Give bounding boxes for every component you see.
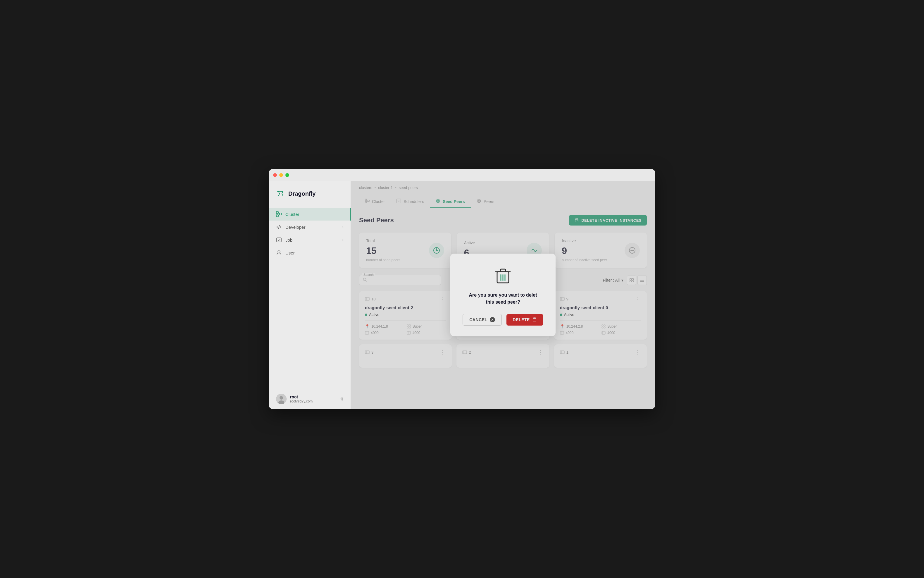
job-icon <box>276 237 282 243</box>
svg-point-9 <box>278 251 280 253</box>
sidebar-item-user-label: User <box>285 250 295 255</box>
dialog-message: Are you sure you want to delet this seed… <box>465 292 541 306</box>
delete-label: DELETE <box>513 317 530 322</box>
svg-line-7 <box>278 225 280 229</box>
job-chevron-icon: › <box>342 238 344 242</box>
close-button[interactable] <box>273 173 277 177</box>
confirm-dialog: Are you sure you want to delet this seed… <box>450 253 556 336</box>
cancel-x-icon: ✕ <box>490 317 495 322</box>
sidebar-nav: Cluster Developer › <box>269 205 350 389</box>
developer-icon <box>276 224 282 230</box>
avatar <box>276 394 287 404</box>
svg-rect-3 <box>276 215 278 217</box>
cancel-button[interactable]: CANCEL ✕ <box>463 314 501 326</box>
maximize-button[interactable] <box>285 173 289 177</box>
user-icon <box>276 250 282 256</box>
dialog-trash-icon <box>493 265 513 286</box>
user-name: root <box>290 395 337 399</box>
sidebar-item-job-label: Job <box>285 237 292 242</box>
delete-button[interactable]: DELETE <box>506 314 543 326</box>
app-body: Dragonfly Cluster <box>269 181 655 409</box>
sidebar-item-developer[interactable]: Developer › <box>269 221 350 234</box>
sidebar-item-user[interactable]: User <box>269 246 350 259</box>
user-expand-icon[interactable]: ⇅ <box>340 397 344 401</box>
main-content: clusters • cluster-1 • seed-peers <box>351 181 655 409</box>
minimize-button[interactable] <box>279 173 283 177</box>
developer-chevron-icon: › <box>342 225 344 229</box>
sidebar-logo: Dragonfly <box>269 181 350 205</box>
sidebar: Dragonfly Cluster <box>269 181 351 409</box>
sidebar-item-cluster[interactable]: Cluster <box>269 208 350 221</box>
cancel-label: CANCEL <box>469 317 487 322</box>
user-info: root root@d7y.com <box>290 395 337 403</box>
app-window: Dragonfly Cluster <box>269 169 655 409</box>
sidebar-item-cluster-label: Cluster <box>285 212 300 217</box>
user-email: root@d7y.com <box>290 399 337 403</box>
cluster-icon <box>276 211 282 217</box>
svg-point-11 <box>280 396 283 399</box>
svg-rect-2 <box>276 211 278 214</box>
svg-rect-8 <box>277 238 281 242</box>
delete-trash-icon <box>532 317 537 323</box>
dialog-actions: CANCEL ✕ DELETE <box>463 314 543 326</box>
app-name: Dragonfly <box>288 190 316 197</box>
dialog-overlay: Are you sure you want to delet this seed… <box>351 181 655 409</box>
logo-icon <box>276 189 285 198</box>
sidebar-item-developer-label: Developer <box>285 225 305 230</box>
svg-rect-84 <box>533 318 536 321</box>
sidebar-item-job[interactable]: Job › <box>269 234 350 246</box>
sidebar-footer: root root@d7y.com ⇅ <box>269 389 350 409</box>
titlebar <box>269 169 655 181</box>
svg-rect-4 <box>280 213 282 215</box>
